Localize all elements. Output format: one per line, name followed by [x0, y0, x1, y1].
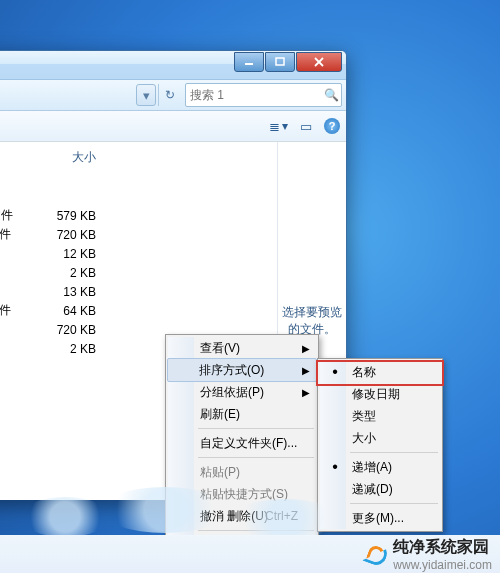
cell-size: 720 KB	[16, 228, 112, 242]
file-row[interactable]: 1/5/27 10:48 JPG 图片文件 64 KB	[0, 301, 277, 320]
brand-name: 纯净系统家园	[393, 537, 492, 558]
menu-item[interactable]: 分组依据(P)▶	[168, 381, 316, 403]
search-icon[interactable]: 🔍	[321, 88, 341, 102]
search-box[interactable]: 🔍	[185, 83, 342, 107]
cell-type: DOCX 文档	[0, 283, 16, 300]
file-header[interactable]: 日期 类型 大小	[0, 146, 277, 168]
cell-type: DOCX 文档	[0, 245, 16, 262]
help-button[interactable]: ?	[324, 118, 340, 134]
view-mode-button[interactable]: ≣ ▾	[269, 119, 288, 134]
file-row[interactable]: 1/5/31 16:26 DOCX 文档 12 KB	[0, 244, 277, 263]
tool-bar: ≣ ▾ ▭ ?	[0, 111, 346, 142]
cell-size: 2 KB	[16, 342, 112, 356]
cell-size: 720 KB	[16, 323, 112, 337]
maximize-button[interactable]	[265, 52, 295, 72]
brand-text: 纯净系统家园 www.yidaimei.com	[393, 537, 492, 572]
menu-item[interactable]: 刷新(E)	[168, 403, 316, 425]
menu-item[interactable]: 查看(V)▶	[168, 337, 316, 359]
cell-type: 快捷方式	[0, 264, 16, 281]
cell-size: 2 KB	[16, 266, 112, 280]
preview-pane-icon: ▭	[300, 119, 312, 134]
watermark-footer: 纯净系统家园 www.yidaimei.com	[0, 535, 500, 573]
cell-type: 文件夹	[0, 169, 16, 186]
sort-option[interactable]: 类型	[320, 405, 440, 427]
cell-size: 13 KB	[16, 285, 112, 299]
desktop: ◄ ▾ ↻ 🔍 ≣ ▾ ▭ ? 日期 类型 大小 1/6/2 13:46 文件夹…	[0, 0, 500, 573]
cell-size: 64 KB	[16, 304, 112, 318]
submenu-arrow-icon: ▶	[302, 343, 310, 354]
search-input[interactable]	[186, 88, 321, 102]
file-row[interactable]: 1/5/24 13:46 文件夹	[0, 187, 277, 206]
refresh-button[interactable]: ↻	[158, 84, 181, 106]
cell-size: 12 KB	[16, 247, 112, 261]
cell-type: DOC 文档	[0, 321, 16, 338]
cell-size: 579 KB	[16, 209, 112, 223]
file-row[interactable]: 1/4/26 14:30 DOCX 文档 13 KB	[0, 282, 277, 301]
file-row[interactable]: 0/7/6 15:42 PNG 图片文件 579 KB	[0, 206, 277, 225]
view-list-icon: ≣	[269, 119, 280, 134]
sort-option[interactable]: 修改日期	[320, 383, 440, 405]
decorative-clouds	[0, 489, 500, 539]
file-row[interactable]: 1/6/2 13:46 文件夹	[0, 168, 277, 187]
brand-url: www.yidaimei.com	[393, 558, 492, 572]
sort-option[interactable]: 大小	[320, 427, 440, 449]
col-size-header[interactable]: 大小	[16, 149, 112, 166]
preview-hint: 选择要预览的文件。	[282, 304, 342, 338]
brand-logo-icon	[365, 543, 387, 565]
history-dropdown[interactable]: ▾	[136, 84, 156, 106]
file-row[interactable]: 1/4/26 15:07 JPG 图片文件 720 KB	[0, 225, 277, 244]
submenu-arrow-icon: ▶	[302, 365, 310, 376]
sort-option[interactable]: •名称	[320, 361, 440, 383]
sort-option[interactable]: •递增(A)	[320, 456, 440, 478]
cell-type: PNG 图片文件	[0, 207, 16, 224]
submenu-arrow-icon: ▶	[302, 387, 310, 398]
cell-type: JPG 图片文件	[0, 302, 16, 319]
nav-bar: ◄ ▾ ↻ 🔍	[0, 80, 346, 111]
preview-pane-button[interactable]: ▭	[300, 119, 312, 134]
minimize-button[interactable]	[234, 52, 264, 72]
svg-rect-1	[276, 58, 284, 65]
menu-item: 粘贴(P)	[168, 461, 316, 483]
col-type-header[interactable]: 类型	[0, 149, 16, 166]
title-bar[interactable]	[0, 51, 346, 80]
close-button[interactable]	[296, 52, 342, 72]
cell-type: JPG 图片文件	[0, 226, 16, 243]
file-row[interactable]: 1/5/10 14:24 快捷方式 2 KB	[0, 263, 277, 282]
menu-item[interactable]: 自定义文件夹(F)...	[168, 432, 316, 454]
cell-type: 文件夹	[0, 188, 16, 205]
menu-item[interactable]: 排序方式(O)▶	[167, 358, 317, 382]
cell-type: 快捷方式	[0, 340, 16, 357]
